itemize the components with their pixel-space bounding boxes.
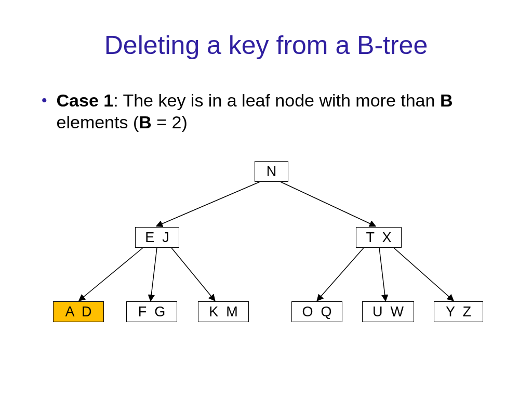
tree-node-leaf-3: K M xyxy=(198,301,249,322)
bullet-text-part2: elements ( xyxy=(57,112,139,132)
tree-node-leaf-2: F G xyxy=(126,301,177,322)
svg-line-4 xyxy=(171,248,215,300)
slide-title: Deleting a key from a B-tree xyxy=(0,30,532,60)
b-symbol-1: B xyxy=(440,90,453,110)
tree-node-root: N xyxy=(255,161,288,182)
svg-line-3 xyxy=(151,248,157,300)
slide: Deleting a key from a B-tree • Case 1: T… xyxy=(0,0,532,399)
bullet-text: Case 1: The key is in a leaf node with m… xyxy=(57,89,494,133)
svg-line-2 xyxy=(79,248,143,300)
bullet-text-part1: : The key is in a leaf node with more th… xyxy=(113,90,440,110)
tree-node-leaf-1: A D xyxy=(53,301,104,322)
b-symbol-2: B xyxy=(139,112,152,132)
svg-line-1 xyxy=(281,182,375,226)
tree-node-leaf-4: O Q xyxy=(291,301,342,322)
svg-line-5 xyxy=(317,248,364,300)
bullet-item: • Case 1: The key is in a leaf node with… xyxy=(42,89,494,133)
tree-node-mid-right: T X xyxy=(356,227,402,248)
svg-line-7 xyxy=(394,248,453,300)
tree-node-leaf-6: Y Z xyxy=(434,301,483,322)
tree-node-leaf-5: U W xyxy=(362,301,414,322)
tree-node-mid-left: E J xyxy=(135,227,179,248)
svg-line-0 xyxy=(157,182,260,226)
bullet-dot-icon: • xyxy=(42,89,47,111)
case-label: Case 1 xyxy=(57,90,114,110)
svg-line-6 xyxy=(379,248,385,300)
bullet-text-part3: = 2) xyxy=(152,112,188,132)
